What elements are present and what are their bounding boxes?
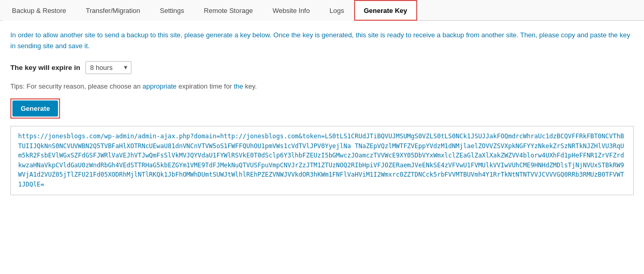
tab-transfer-migration[interactable]: Transfer/Migration <box>76 0 150 21</box>
expiry-row: The key will expire in 1 hour2 hours4 ho… <box>10 61 634 74</box>
tips-highlight: appropriate <box>142 82 177 90</box>
page-wrapper: Backup & RestoreTransfer/MigrationSettin… <box>0 0 644 274</box>
key-output[interactable]: https://jonesblogs.com/wp-admin/admin-aj… <box>10 126 634 195</box>
tips-text: Tips: For security reason, please choose… <box>10 81 634 92</box>
tab-backup-restore[interactable]: Backup & Restore <box>2 0 76 21</box>
expiry-select-wrapper: 1 hour2 hours4 hours8 hours12 hours24 ho… <box>85 61 131 74</box>
tab-generate-key[interactable]: Generate Key <box>354 0 417 21</box>
tab-remote-storage[interactable]: Remote Storage <box>194 0 263 21</box>
generate-btn-wrapper: Generate <box>10 98 60 119</box>
tab-logs[interactable]: Logs <box>319 0 354 21</box>
tabs-bar: Backup & RestoreTransfer/MigrationSettin… <box>0 0 644 21</box>
tab-website-info[interactable]: Website Info <box>262 0 319 21</box>
content-area: In order to allow another site to send a… <box>0 21 644 206</box>
expiry-label: The key will expire in <box>10 64 80 71</box>
generate-button[interactable]: Generate <box>12 100 58 117</box>
info-paragraph: In order to allow another site to send a… <box>10 30 634 52</box>
tips-label: Tips: For security reason, please choose… <box>10 82 142 90</box>
expiry-select[interactable]: 1 hour2 hours4 hours8 hours12 hours24 ho… <box>85 61 131 74</box>
tips-rest: expiration time for the key. <box>177 82 257 90</box>
tab-settings[interactable]: Settings <box>150 0 194 21</box>
